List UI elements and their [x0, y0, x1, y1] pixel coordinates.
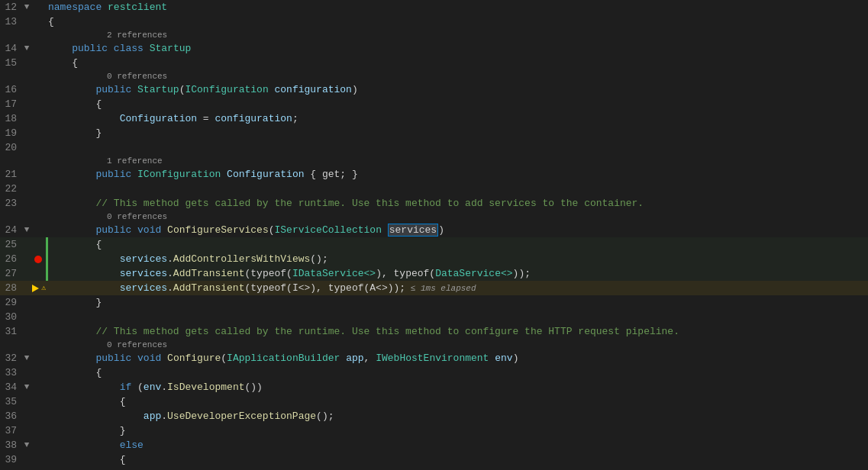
type-token: IDataService<>: [292, 268, 376, 279]
param-token: configuration: [215, 113, 292, 124]
code-line: 33 {: [0, 365, 868, 380]
code-content: // This method gets called by the runtim…: [48, 196, 868, 211]
punct-token: }: [95, 127, 102, 139]
code-content: }: [48, 423, 868, 438]
code-content: services.AddControllersWithViews();: [48, 252, 868, 266]
code-line: 34▼ if (env.IsDevelopment()): [0, 380, 868, 394]
code-line: 20: [0, 140, 868, 155]
fold-indicator[interactable]: ▼: [21, 0, 32, 14]
code-line: 23 // This method gets called by the run…: [0, 196, 868, 211]
code-line: 25 {: [0, 237, 868, 252]
code-line: 29 }: [0, 295, 868, 310]
type-token: IServiceCollection: [275, 224, 382, 236]
highlighted-token: services: [388, 224, 438, 237]
line-number: 34: [0, 380, 21, 394]
punct-token: ): [438, 224, 444, 236]
punct-token: (: [221, 352, 227, 364]
plain-token: (: [131, 381, 144, 393]
plain-token: [269, 84, 275, 95]
code-content: {: [48, 56, 868, 70]
plain-token: [340, 352, 346, 364]
line-number: 35: [0, 394, 21, 409]
code-content: {: [48, 365, 868, 380]
punct-token: {: [72, 57, 78, 69]
fold-indicator[interactable]: ▼: [21, 41, 32, 56]
code-content: public Startup(IConfiguration configurat…: [48, 82, 868, 97]
code-line: 15 {: [0, 56, 868, 70]
kw-token: else: [120, 439, 144, 451]
code-content: services.AddTransient(typeof(IDataServic…: [48, 266, 868, 281]
punct-token: ): [352, 84, 358, 95]
method-token: IsDevelopment: [167, 381, 244, 393]
punct-token: {: [120, 396, 126, 407]
line-number: 12: [0, 0, 21, 14]
code-line: 39 {: [0, 452, 868, 467]
method-token: AddControllersWithViews: [173, 253, 310, 265]
code-line: 37 }: [0, 423, 868, 438]
line-number: 14: [0, 41, 21, 56]
method-token: AddTransient: [173, 282, 245, 294]
fold-indicator[interactable]: ▼: [21, 351, 32, 365]
punct-token: ()): [244, 381, 262, 393]
type-token: IApplicationBuilder: [227, 352, 340, 364]
code-content: {: [48, 452, 868, 467]
code-line: 19 }: [0, 126, 868, 140]
code-content: }: [48, 295, 868, 310]
method-token: UseDeveloperExceptionPage: [167, 410, 316, 422]
code-content: services.AddTransient(typeof(I<>), typeo…: [48, 281, 868, 296]
code-content: {: [48, 97, 868, 111]
code-content: Configuration = configuration;: [48, 111, 868, 126]
punct-token: (typeof(: [244, 268, 292, 279]
line-number: 13: [0, 14, 21, 29]
ref-label: 2 references: [0, 29, 868, 41]
method-token: AddTransient: [173, 268, 245, 279]
ref-label: 0 references: [0, 211, 868, 223]
kw-token: public: [95, 169, 131, 180]
line-number: 33: [0, 365, 21, 380]
punct-token: .: [167, 282, 173, 294]
code-line: 32▼ public void Configure(IApplicationBu…: [0, 351, 868, 365]
code-line: 31 // This method gets called by the run…: [0, 324, 868, 339]
fold-indicator[interactable]: ▼: [21, 438, 32, 452]
punct-token: ;: [292, 113, 298, 124]
punct-token: (: [269, 224, 275, 236]
fold-indicator[interactable]: ▼: [21, 223, 32, 237]
kw-token: void: [137, 352, 161, 364]
code-line: 13{: [0, 14, 868, 29]
param-token: app: [346, 352, 363, 364]
comment-token: // This method gets called by the runtim…: [95, 198, 644, 209]
code-line: 22: [0, 182, 868, 196]
code-line: 28⚠ services.AddTransient(typeof(I<>), t…: [0, 281, 868, 295]
line-indicator: ⚠: [32, 281, 46, 295]
line-number: 38: [0, 438, 21, 452]
code-line: 38▼ else: [0, 438, 868, 452]
code-line: 21 public IConfiguration Configuration {…: [0, 167, 868, 182]
line-number: 31: [0, 324, 21, 339]
param-token: env: [495, 352, 512, 364]
line-number: 40: [0, 467, 21, 470]
method-token: ConfigureServices: [167, 224, 269, 236]
plain-token: typeof(: [388, 268, 435, 279]
elapsed-label: ≤ 1ms elapsed: [405, 284, 476, 293]
code-line: 27 services.AddTransient(typeof(IDataSer…: [0, 266, 868, 281]
code-content: public void ConfigureServices(IServiceCo…: [48, 223, 868, 237]
punct-token: {: [48, 16, 54, 27]
type-token: IWebHostEnvironment: [376, 352, 489, 364]
param-token: env: [144, 381, 161, 393]
kw-token: public: [72, 43, 108, 54]
line-number: 22: [0, 182, 21, 196]
prop-token: Configuration: [120, 113, 197, 124]
plain-token: { get; }: [305, 169, 358, 180]
code-line: 18 Configuration = configuration;: [0, 111, 868, 126]
code-line: 35 {: [0, 394, 868, 409]
code-line: 40 app.UseExceptionHandler("/Home/Error"…: [0, 467, 868, 470]
line-number: 23: [0, 196, 21, 211]
code-content: }: [48, 126, 868, 140]
prop-token: services: [120, 282, 167, 294]
punct-token: ();: [310, 253, 328, 265]
plain-token: [108, 43, 114, 54]
fold-indicator[interactable]: ▼: [21, 380, 32, 394]
plain-token: [161, 352, 167, 364]
line-number: 24: [0, 223, 21, 237]
type-token: IConfiguration: [137, 169, 221, 180]
